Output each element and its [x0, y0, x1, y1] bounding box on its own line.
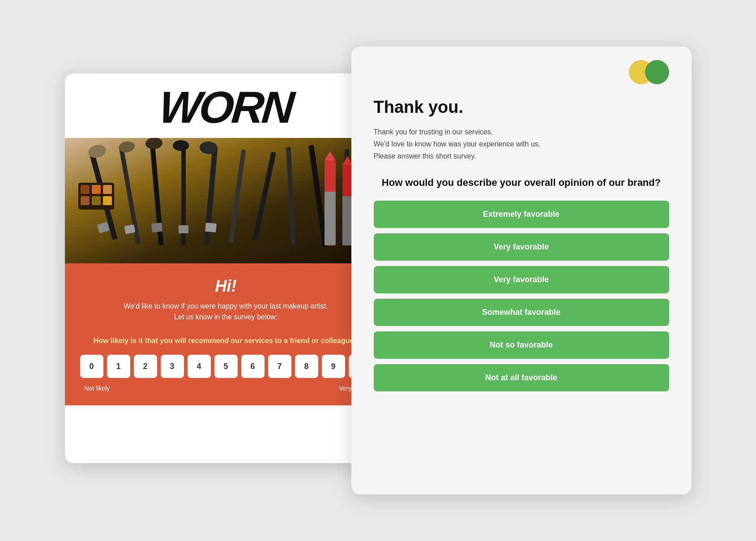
svg-rect-15: [179, 225, 188, 233]
nps-btn-4[interactable]: 4: [188, 355, 211, 378]
svg-rect-14: [151, 223, 162, 232]
thank-you-description: Thank you for trusting in our services. …: [374, 126, 669, 163]
option-not-so-favorable[interactable]: Not so favorable: [374, 331, 669, 359]
option-very-favorable-2[interactable]: Very favorable: [374, 266, 669, 293]
right-card: Thank you. Thank you for trusting in our…: [351, 47, 692, 494]
thank-you-title: Thank you.: [374, 98, 669, 117]
subtitle-line2: Let us know in the survey below:: [174, 313, 278, 321]
subtitle-line1: We'd like to know if you were happy with…: [124, 302, 328, 310]
survey-question: How would you describe your overall opin…: [374, 176, 669, 190]
option-extremely-favorable[interactable]: Extremely favorable: [374, 201, 669, 228]
nps-btn-3[interactable]: 3: [161, 355, 184, 378]
worn-logo-section: WORN: [65, 73, 387, 138]
nps-btn-2[interactable]: 2: [134, 355, 157, 378]
right-card-header: [351, 47, 692, 93]
worn-logo-text: WORN: [158, 87, 294, 127]
svg-rect-25: [342, 165, 352, 201]
nps-question: How likely is it that you will recommend…: [83, 336, 369, 346]
svg-rect-13: [124, 224, 135, 234]
right-card-content: Thank you. Thank you for trusting in our…: [351, 93, 692, 400]
nps-btn-8[interactable]: 8: [295, 355, 318, 378]
desc-line3: Please answer this short survey.: [374, 150, 669, 162]
subtitle-text: We'd like to know if you were happy with…: [83, 301, 369, 322]
option-somewhat-favorable[interactable]: Somewhat favorable: [374, 299, 669, 326]
circle-green: [645, 60, 669, 84]
nps-btn-5[interactable]: 5: [214, 355, 238, 378]
nps-btn-0[interactable]: 0: [80, 355, 103, 378]
svg-rect-16: [205, 223, 217, 232]
brushes-svg: [65, 138, 387, 263]
svg-rect-33: [92, 196, 101, 205]
nps-labels: Not likely Very likely: [83, 385, 369, 392]
survey-options: Extremely favorable Very favorable Very …: [374, 201, 669, 391]
svg-rect-24: [325, 192, 336, 245]
nps-btn-7[interactable]: 7: [268, 355, 291, 378]
left-card: WORN: [65, 73, 387, 463]
svg-rect-27: [342, 196, 352, 245]
svg-rect-30: [92, 185, 101, 194]
nps-label-left: Not likely: [85, 385, 110, 392]
option-very-favorable-1[interactable]: Very favorable: [374, 233, 669, 261]
desc-line1: Thank you for trusting in our services.: [374, 126, 669, 138]
option-not-at-all-favorable[interactable]: Not at all favorable: [374, 364, 669, 391]
nps-scale: 0 1 2 3 4 5 6 7 8 9 10: [83, 355, 369, 378]
card-left-bottom: Hi! We'd like to know if you were happy …: [65, 263, 387, 405]
nps-btn-9[interactable]: 9: [322, 355, 345, 378]
logo-circles: [629, 60, 669, 84]
svg-rect-32: [81, 196, 90, 205]
nps-btn-6[interactable]: 6: [241, 355, 265, 378]
makeup-bg: [65, 138, 387, 263]
greeting-text: Hi!: [83, 277, 369, 296]
nps-btn-1[interactable]: 1: [107, 355, 130, 378]
desc-line2: We'd love to know how was your experienc…: [374, 138, 669, 150]
svg-rect-31: [103, 185, 112, 194]
survey-question-text: How would you describe your overall opin…: [382, 177, 661, 188]
svg-rect-34: [103, 196, 112, 205]
svg-rect-29: [81, 185, 90, 194]
makeup-image: [65, 138, 387, 263]
svg-point-20: [173, 140, 189, 151]
